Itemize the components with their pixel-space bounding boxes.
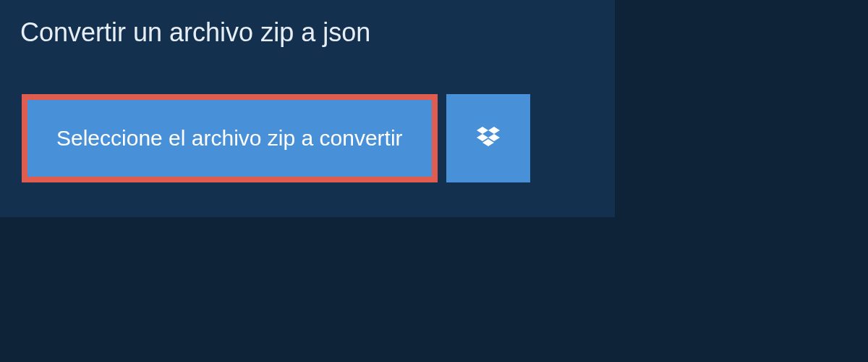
select-file-button[interactable]: Seleccione el archivo zip a convertir [27,100,432,177]
tab-title[interactable]: Convertir un archivo zip a json [0,0,448,65]
converter-panel: Convertir un archivo zip a json Seleccio… [0,0,615,217]
dropbox-button[interactable] [446,94,530,182]
select-file-highlight: Seleccione el archivo zip a convertir [22,94,438,182]
dropbox-icon [474,124,503,153]
content-area: Seleccione el archivo zip a convertir [0,65,615,217]
